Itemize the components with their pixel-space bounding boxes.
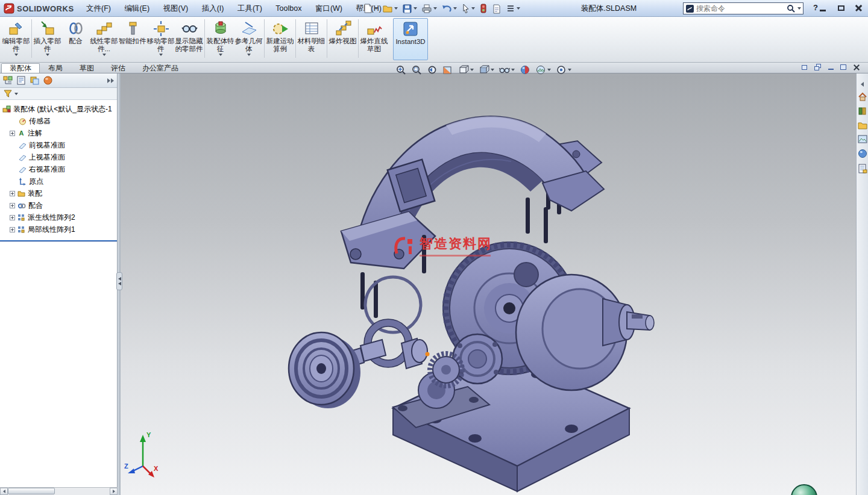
scrollbar-track[interactable]	[8, 488, 110, 495]
scrollbar-thumb[interactable]	[8, 488, 55, 494]
explode-line-sketch-button[interactable]: 爆炸直线草图	[360, 18, 388, 61]
menu-view[interactable]: 视图(V)	[158, 0, 194, 17]
expand-toggle[interactable]	[10, 203, 15, 208]
bill-of-materials-button[interactable]: 材料明细表	[297, 18, 326, 61]
undo-button[interactable]	[440, 3, 458, 14]
filter-funnel-icon[interactable]	[4, 90, 12, 98]
menu-tools[interactable]: 工具(T)	[232, 0, 268, 17]
search-dropdown-arrow[interactable]	[797, 7, 801, 10]
window-close-button[interactable]	[852, 2, 866, 14]
output-shaft-housing[interactable]	[516, 275, 654, 390]
move-component-button[interactable]: 移动零部件	[146, 18, 175, 61]
apply-scene-button[interactable]	[535, 64, 552, 76]
propertymanager-tab-icon[interactable]	[16, 75, 27, 86]
smart-fasteners-button[interactable]: 智能扣件	[118, 18, 146, 61]
scroll-left-button[interactable]	[0, 488, 8, 495]
edit-appearance-button[interactable]	[519, 64, 531, 76]
reference-geometry-button[interactable]: 参考几何体	[234, 18, 263, 61]
custom-properties-icon[interactable]	[858, 164, 867, 173]
tab-evaluate[interactable]: 评估	[102, 63, 134, 73]
assembly-model[interactable]	[121, 73, 856, 495]
new-document-button[interactable]	[362, 2, 379, 14]
panel-overflow-chevron[interactable]	[107, 78, 114, 83]
rollback-bar[interactable]	[0, 240, 117, 241]
display-style-button[interactable]	[478, 64, 495, 76]
menu-insert[interactable]: 插入(I)	[197, 0, 230, 17]
mate-button[interactable]: 配合	[61, 18, 90, 61]
tree-item-derived-pattern[interactable]: 派生线性阵列2	[0, 211, 117, 223]
tab-assembly[interactable]: 装配体	[1, 63, 40, 73]
file-explorer-icon[interactable]	[858, 121, 867, 129]
tree-root-assembly[interactable]: 装配体 (默认<默认_显示状态-1	[0, 103, 117, 115]
search-magnifier-icon[interactable]	[787, 4, 796, 13]
front-bearing-cap[interactable]	[453, 334, 502, 384]
tree-item-sensors[interactable]: 传感器	[0, 115, 117, 127]
view-settings-button[interactable]	[555, 64, 572, 76]
resources-home-icon[interactable]	[858, 92, 867, 101]
window-minimize-button[interactable]	[816, 2, 829, 14]
tree-item-mates[interactable]: 配合	[0, 199, 117, 211]
view-orientation-button[interactable]	[458, 64, 474, 76]
tree-item-top-plane[interactable]: 上视基准面	[0, 151, 117, 163]
rebuild-button[interactable]	[478, 2, 489, 14]
expand-toggle[interactable]	[10, 191, 15, 196]
tree-item-local-pattern[interactable]: 局部线性阵列1	[0, 223, 117, 235]
panel-collapse-handle[interactable]	[116, 272, 122, 290]
menu-edit[interactable]: 编辑(E)	[119, 0, 155, 17]
appearances-icon[interactable]	[858, 149, 867, 158]
tree-item-assembly-folder[interactable]: 装配	[0, 187, 117, 199]
doc-minimize-icon[interactable]	[827, 64, 835, 72]
filter-dropdown-arrow[interactable]	[14, 93, 18, 95]
graphics-viewport[interactable]	[121, 73, 856, 495]
expand-toggle[interactable]	[10, 215, 15, 220]
window-maximize-button[interactable]	[834, 2, 848, 14]
options-button[interactable]	[505, 3, 521, 14]
tree-item-origin[interactable]: 原点	[0, 175, 117, 187]
save-button[interactable]	[401, 3, 418, 14]
doc-close-icon[interactable]	[852, 64, 861, 72]
menu-window[interactable]: 窗口(W)	[310, 0, 348, 17]
tab-layout[interactable]: 布局	[40, 63, 71, 73]
tab-sketch[interactable]: 草图	[71, 63, 102, 73]
select-button[interactable]	[460, 3, 476, 14]
menu-file[interactable]: 文件(F)	[81, 0, 116, 17]
tree-item-front-plane[interactable]: 前视基准面	[0, 139, 117, 151]
instant3d-button[interactable]: Instant3D	[393, 18, 428, 60]
expand-toggle[interactable]	[10, 131, 15, 136]
assembly-features-button[interactable]: 装配体特征	[206, 18, 234, 61]
doc-restore-icon[interactable]	[840, 64, 848, 72]
doc-previous-window-icon[interactable]	[802, 64, 810, 72]
expand-toggle[interactable]	[10, 227, 15, 232]
design-library-icon[interactable]	[858, 107, 867, 116]
zoom-fit-button[interactable]	[395, 64, 407, 76]
configurationmanager-tab-icon[interactable]	[30, 75, 40, 86]
edit-component-button[interactable]: 编辑零部件	[2, 18, 30, 61]
scroll-right-button[interactable]	[110, 488, 118, 495]
file-properties-button[interactable]	[491, 3, 503, 14]
doc-cascade-icon[interactable]	[814, 64, 823, 72]
menu-toolbox[interactable]: Toolbox	[270, 0, 307, 17]
search-input[interactable]	[696, 4, 785, 13]
featuremanager-tree-tab-icon[interactable]	[3, 75, 13, 86]
previous-view-button[interactable]	[426, 64, 438, 76]
tree-item-right-plane[interactable]: 右视基准面	[0, 163, 117, 175]
belt-pulley[interactable]	[289, 332, 360, 408]
watermark-text: 智造资料网	[420, 235, 492, 253]
displaymanager-tab-icon[interactable]	[43, 75, 53, 86]
tab-office-products[interactable]: 办公室产品	[134, 63, 187, 73]
search-scope-icon[interactable]	[685, 4, 694, 13]
new-motion-study-button[interactable]: 新建运动算例	[266, 18, 294, 61]
insert-component-button[interactable]: 插入零部件	[33, 18, 61, 61]
zoom-area-button[interactable]	[410, 64, 423, 76]
section-view-button[interactable]	[442, 64, 454, 76]
exploded-view-button[interactable]: 爆炸视图	[329, 18, 357, 61]
hide-show-items-button[interactable]	[498, 65, 515, 75]
tree-item-annotations[interactable]: A 注解	[0, 127, 117, 139]
task-pane-expand-chevron[interactable]	[861, 82, 864, 87]
view-palette-icon[interactable]	[858, 135, 867, 143]
insert-component-icon	[39, 20, 56, 37]
linear-component-pattern-button[interactable]: 线性零部件...	[90, 18, 118, 61]
open-button[interactable]	[381, 2, 399, 14]
print-button[interactable]	[420, 3, 438, 14]
show-hidden-components-button[interactable]: 显示隐藏的零部件	[175, 18, 203, 61]
